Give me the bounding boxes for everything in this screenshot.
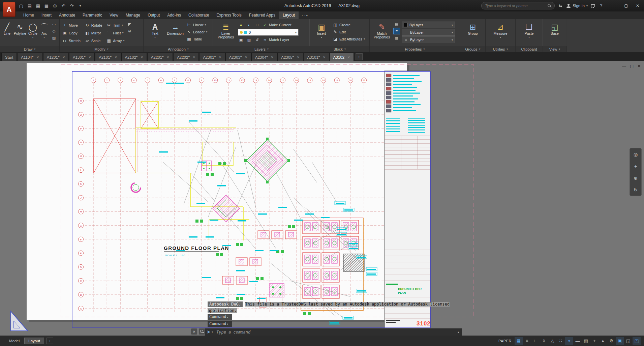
leader-button[interactable]: ↖Leader▾ (186, 29, 207, 35)
linetype-select[interactable]: ― ByLayer ▾ (402, 29, 455, 36)
command-prompt-icon[interactable]: > (205, 329, 212, 335)
annotation-monitor-icon[interactable]: ▣ (616, 337, 624, 345)
drawing-canvas[interactable]: 123456789101112131415161718192021RQPNMLK… (0, 61, 644, 336)
tab-close-icon[interactable]: ✕ (347, 56, 350, 59)
object-snap-icon[interactable]: ⌖ (565, 337, 573, 345)
orbit-icon[interactable]: ↻ (634, 187, 638, 193)
osnap-tracking-icon[interactable]: ∷ (557, 337, 565, 345)
paste-button[interactable]: ❏ Paste ▾ (520, 20, 538, 46)
file-tab-a1301[interactable]: A1301*✕ (69, 53, 95, 61)
tab-close-icon[interactable]: ✕ (271, 56, 274, 59)
rectangle-icon[interactable]: ▭ (51, 21, 57, 27)
panel-label-properties[interactable]: Properties ▾ (370, 46, 460, 52)
properties-palette-icon[interactable]: ▤ (394, 21, 400, 27)
base-view-button[interactable]: ◱ Base (546, 20, 564, 46)
ribbon-tab-add-ins[interactable]: Add-ins (163, 11, 185, 19)
panel-label-modify[interactable]: Modify ▾ (60, 46, 143, 52)
sign-in-control[interactable]: Sign In ▾ (566, 3, 588, 8)
edit-attributes-button[interactable]: ◪Edit Attributes▾ (333, 36, 365, 42)
help-icon[interactable]: ? (598, 3, 604, 8)
file-tab-a2304[interactable]: A2304*✕ (251, 53, 277, 61)
ribbon-tab-manage[interactable]: Manage (122, 11, 144, 19)
tab-close-icon[interactable]: ✕ (167, 56, 170, 59)
linear-button[interactable]: ⊢Linear▾ (186, 22, 207, 28)
command-input[interactable] (216, 329, 455, 335)
insert-button[interactable]: ▣ Insert ▾ (312, 20, 331, 46)
hatch-icon[interactable]: ▨ (51, 35, 57, 41)
graphics-performance-icon[interactable]: ◳ (633, 337, 641, 345)
transparency-icon[interactable]: ▨ (582, 337, 590, 345)
match-layer-button[interactable]: ≈Match Layer (262, 37, 289, 43)
tab-close-icon[interactable]: ✕ (245, 56, 247, 59)
panel-label-groups[interactable]: Groups ▾ (460, 46, 485, 52)
paper-space-label[interactable]: PAPER (498, 339, 512, 343)
annotation-scale-icon[interactable]: ▲ (599, 337, 607, 345)
panel-label-block[interactable]: Block ▾ (310, 46, 369, 52)
command-line[interactable]: > ▾ ▴ (205, 328, 462, 336)
new-layout-button[interactable]: + (47, 338, 53, 344)
copy-button[interactable]: ▣Copy (62, 30, 81, 36)
layer-select[interactable]: 0 ▾ (238, 29, 299, 36)
ribbon-display-chevron-icon[interactable]: ▾ (306, 14, 308, 17)
stretch-button[interactable]: ↦Stretch (62, 37, 81, 44)
qat-customize-chevron-icon[interactable]: ▾ (76, 2, 84, 9)
undo-icon[interactable]: ↶ (60, 2, 67, 9)
redo-icon[interactable]: ↷ (68, 2, 75, 9)
layer-properties-button[interactable]: ≣ Layer Properties (216, 20, 236, 46)
quick-select-icon[interactable]: ▦ (394, 35, 400, 41)
measure-button[interactable]: ⊿ Measure ▾ (491, 20, 510, 46)
line-button[interactable]: ╱ Line (2, 20, 12, 46)
erase-icon[interactable]: ◤ (127, 21, 133, 27)
arc-button[interactable]: ⌒ Arc ▾ (39, 20, 49, 46)
tab-close-icon[interactable]: ✕ (297, 56, 300, 59)
model-tab[interactable]: Model (5, 338, 23, 344)
doc-restore-icon[interactable]: ▢ (630, 64, 634, 68)
file-tab-a2201[interactable]: A2201*✕ (147, 53, 173, 61)
layer-freeze-icon[interactable]: ◐ (246, 22, 252, 28)
maximize-button[interactable]: ▢ (620, 1, 632, 10)
file-tab-a3101[interactable]: A3101*✕ (304, 53, 329, 61)
customization-gear-icon[interactable]: ⚙ (607, 337, 615, 345)
ribbon-panel-toggle-icon[interactable]: ▭ (302, 13, 305, 17)
object-color-select[interactable]: ByLayer ▾ (402, 22, 455, 28)
new-drawing-tab-button[interactable]: + (356, 53, 363, 60)
file-tab-a2303[interactable]: A2303*✕ (225, 53, 251, 61)
polyline-button[interactable]: ∿ Polyline (14, 20, 26, 46)
ribbon-tab-layout[interactable]: Layout (279, 11, 299, 19)
close-button[interactable]: ✕ (632, 1, 643, 10)
doc-close-icon[interactable]: ✕ (637, 64, 641, 68)
layer-isolate-icon[interactable]: ▣ (238, 37, 244, 43)
layout-tab[interactable]: Layout (24, 338, 44, 344)
file-tab-a2101[interactable]: A2101*✕ (95, 53, 121, 61)
file-tab-a2305[interactable]: A2305*✕ (277, 53, 303, 61)
zoom-icon[interactable]: ⊕ (634, 175, 638, 181)
save-icon[interactable]: ▦ (34, 2, 42, 9)
tab-close-icon[interactable]: ✕ (323, 56, 326, 59)
ribbon-tab-home[interactable]: Home (20, 11, 38, 19)
file-tab-a2102[interactable]: A2102*✕ (121, 53, 147, 61)
application-menu-button[interactable]: A (3, 2, 16, 17)
panel-label-utilities[interactable]: Utilities ▾ (486, 46, 515, 52)
save-as-icon[interactable]: ▩ (43, 2, 50, 9)
lineweight-icon[interactable]: ▬ (574, 337, 582, 345)
rotate-button[interactable]: ↻Rotate (85, 22, 102, 28)
ribbon-tab-view[interactable]: View (106, 11, 122, 19)
mirror-button[interactable]: ◧Mirror (85, 30, 102, 36)
pan-icon[interactable]: + (634, 164, 637, 169)
explode-icon[interactable]: ⊗ (127, 28, 133, 34)
tab-close-icon[interactable]: ✕ (193, 56, 195, 59)
layer-off-icon[interactable]: ● (238, 22, 244, 28)
ribbon-tab-annotate[interactable]: Annotate (55, 11, 79, 19)
ribbon-tab-parametric[interactable]: Parametric (79, 11, 106, 19)
search-icon[interactable] (547, 4, 552, 8)
file-tab-a1104[interactable]: A1104*✕ (17, 53, 42, 61)
file-tab-a2301[interactable]: A2301*✕ (199, 53, 225, 61)
layer-unisolate-icon[interactable]: ▥ (246, 37, 252, 43)
array-button[interactable]: ▦Array▾ (106, 37, 124, 44)
store-cart-icon[interactable] (590, 4, 595, 8)
file-tab-a3102[interactable]: A3102✕ (330, 53, 354, 61)
polygon-icon[interactable]: ◇ (51, 28, 57, 34)
ribbon-tab-output[interactable]: Output (144, 11, 163, 19)
help-search-box[interactable] (481, 2, 555, 9)
create-block-button[interactable]: ◫Create (333, 22, 365, 28)
